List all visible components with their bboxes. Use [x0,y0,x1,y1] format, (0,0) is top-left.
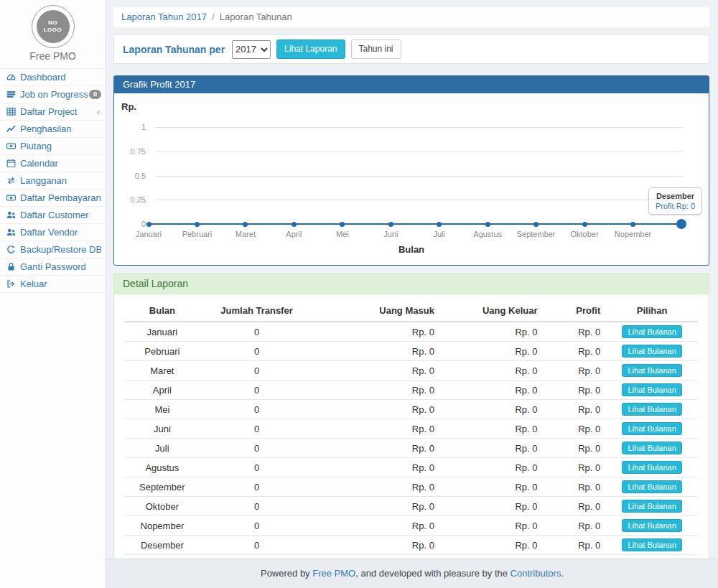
table-row-agustus: Agustus0Rp. 0Rp. 0Rp. 0Lihat Bulanan [125,458,698,477]
data-point-januari[interactable] [146,222,151,227]
cell-bulan: September [125,477,200,497]
sidebar-item-label: Keluar [20,279,47,289]
sidebar-item-ganti-password[interactable]: Ganti Password [0,258,106,276]
sidebar-item-job-on-progress[interactable]: Job on Progress0 [0,86,106,103]
cell-uang-keluar: Rp. 0 [440,361,544,381]
table-row-september: September0Rp. 0Rp. 0Rp. 0Lihat Bulanan [125,477,698,497]
table-row-januari: Januari0Rp. 0Rp. 0Rp. 0Lihat Bulanan [125,322,698,342]
data-point-maret[interactable] [243,222,248,227]
column-header-uang-masuk: Uang Masuk [314,300,440,322]
data-point-oktober[interactable] [582,222,587,227]
refresh-icon [6,245,17,254]
footer-link-free-pmo[interactable]: Free PMO [312,568,355,579]
cell-uang-keluar: Rp. 0 [440,477,544,497]
cell-pilihan: Lihat Bulanan [606,342,698,361]
lihat-bulanan-button[interactable]: Lihat Bulanan [622,519,681,532]
users-icon [6,210,17,220]
data-point-nopember[interactable] [630,222,635,227]
sidebar-item-daftar-pembayaran[interactable]: Daftar Pembayaran [0,190,106,207]
cell-uang-masuk: Rp. 0 [314,536,440,555]
lihat-bulanan-button[interactable]: Lihat Bulanan [622,480,681,493]
report-table: BulanJumlah TransferUang MasukUang Kelua… [125,300,698,572]
chart-gridline [155,176,683,177]
retweet-icon [6,176,17,185]
chart-tooltip-label: Desember [656,192,695,200]
sidebar: NO LOGO Free PMO DashboardJob on Progres… [0,0,106,588]
lihat-bulanan-button[interactable]: Lihat Bulanan [622,325,681,338]
profit-line-chart: Rp. Bulan Desember Profit Rp: 0 00.250.5… [114,93,709,265]
sidebar-item-label: Dashboard [20,72,66,83]
lihat-bulanan-button[interactable]: Lihat Bulanan [622,403,681,416]
footer-link-contributors[interactable]: Contributors [510,568,561,579]
lihat-bulanan-button[interactable]: Lihat Bulanan [622,364,681,377]
cell-uang-masuk: Rp. 0 [314,458,440,477]
cell-pilihan: Lihat Bulanan [606,322,698,342]
data-point-agustus[interactable] [485,222,490,227]
sidebar-item-label: Daftar Pembayaran [20,192,101,203]
lihat-bulanan-button[interactable]: Lihat Bulanan [622,442,681,454]
report-controls-panel: Laporan Tahunan per 2017 Lihat Laporan T… [113,34,709,64]
detail-laporan-panel: Detail Laporan BulanJumlah TransferUang … [113,273,709,583]
sidebar-item-dashboard[interactable]: Dashboard [0,69,106,86]
cell-uang-masuk: Rp. 0 [314,497,440,516]
report-table-header-row: BulanJumlah TransferUang MasukUang Kelua… [125,300,698,322]
sidebar-item-langganan[interactable]: Langganan [0,172,106,190]
lihat-laporan-button[interactable]: Lihat Laporan [276,39,345,60]
breadcrumb-link-laporan-tahun[interactable]: Laporan Tahun 2017 [121,11,207,22]
sidebar-item-label: Calendar [20,158,58,169]
data-point-juli[interactable] [437,222,442,227]
data-point-april[interactable] [292,222,297,227]
tachometer-icon [6,73,17,82]
cell-pilihan: Lihat Bulanan [606,516,698,536]
data-point-desember[interactable] [676,219,686,229]
cell-pilihan: Lihat Bulanan [606,477,698,497]
cell-uang-masuk: Rp. 0 [314,477,440,497]
cell-uang-masuk: Rp. 0 [314,419,440,439]
sidebar-item-daftar-customer[interactable]: Daftar Customer [0,207,106,224]
sidebar-item-daftar-project[interactable]: Daftar Project‹ [0,103,106,121]
table-icon [6,107,17,116]
sidebar-item-penghasilan[interactable]: Penghasilan [0,121,106,138]
app-logo: NO LOGO [32,5,75,48]
line-chart-icon [6,124,17,134]
year-select[interactable]: 2017 [232,40,271,59]
lihat-bulanan-button[interactable]: Lihat Bulanan [622,383,681,396]
footer: Powered by Free PMO, and developed with … [106,559,718,588]
cell-bulan: Nopember [125,516,200,536]
sidebar-item-piutang[interactable]: Piutang [0,138,106,155]
cell-profit: Rp. 0 [544,458,607,477]
money-icon [6,193,17,202]
cell-bulan: April [125,381,200,400]
lihat-bulanan-button[interactable]: Lihat Bulanan [622,500,681,513]
cell-jumlah-transfer: 0 [200,419,314,439]
sidebar-item-daftar-vendor[interactable]: Daftar Vendor [0,224,106,241]
sidebar-item-backup-restore-db[interactable]: Backup/Restore DB [0,241,106,258]
lihat-bulanan-button[interactable]: Lihat Bulanan [622,461,681,474]
cell-uang-keluar: Rp. 0 [440,536,544,555]
profit-chart-panel: Grafik Profit 2017 Rp. Bulan Desember Pr… [113,75,709,266]
lock-icon [6,262,17,271]
brand-name: Free PMO [0,50,106,62]
calendar-icon [6,159,17,168]
breadcrumb: Laporan Tahun 2017/Laporan Tahunan [113,7,709,27]
sidebar-item-keluar[interactable]: Keluar [0,276,106,293]
tahun-ini-button[interactable]: Tahun ini [351,39,401,60]
cell-jumlah-transfer: 0 [200,342,314,361]
data-point-juni[interactable] [388,222,393,227]
lihat-bulanan-button[interactable]: Lihat Bulanan [622,538,681,551]
data-point-mei[interactable] [340,222,345,227]
footer-text-prefix: Powered by [261,568,312,579]
data-point-september[interactable] [533,222,538,227]
table-row-desember: Desember0Rp. 0Rp. 0Rp. 0Lihat Bulanan [125,536,698,555]
sidebar-item-calendar[interactable]: Calendar [0,155,106,172]
chart-gridline [155,127,683,128]
y-tick-label: 0.5 [114,172,146,180]
lihat-bulanan-button[interactable]: Lihat Bulanan [622,422,681,435]
table-row-pebruari: Pebruari0Rp. 0Rp. 0Rp. 0Lihat Bulanan [125,342,698,361]
lihat-bulanan-button[interactable]: Lihat Bulanan [622,345,681,358]
y-tick-label: 0.25 [114,195,146,204]
data-point-pebruari[interactable] [195,222,200,227]
sidebar-item-label: Daftar Vendor [20,227,78,238]
cell-pilihan: Lihat Bulanan [606,400,698,419]
sidebar-item-label: Ganti Password [20,261,86,272]
